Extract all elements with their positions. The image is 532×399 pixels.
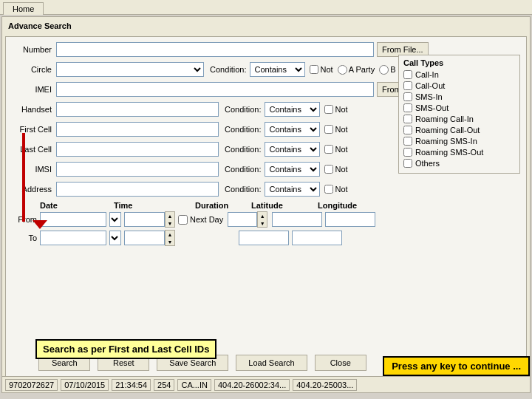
from-duration-input[interactable]: 0: [228, 212, 257, 227]
address-condition-select[interactable]: Contains: [265, 182, 320, 197]
longitude-col-header: Longitude: [318, 201, 377, 210]
handset-condition-select[interactable]: Contains: [265, 102, 320, 117]
others-label: Others: [415, 159, 440, 168]
circle-label: Circle: [12, 65, 56, 74]
from-date-select[interactable]: [109, 212, 121, 227]
handset-not-checkbox[interactable]: [324, 105, 333, 114]
last-cell-not-checkbox-group: Not: [324, 145, 348, 154]
from-time-down-button[interactable]: ▼: [166, 219, 174, 227]
status-type: CA...IN: [177, 379, 211, 391]
call-type-roaming-sms-in: Roaming SMS-In: [403, 137, 515, 146]
status-lat: 404.20-26002:34...: [214, 379, 290, 391]
roaming-call-in-checkbox[interactable]: [403, 115, 412, 123]
circle-not-checkbox-group: Not: [310, 65, 333, 74]
load-search-button[interactable]: Load Search: [236, 355, 307, 371]
to-label: To: [12, 233, 40, 242]
latitude-col-header: Latitude: [251, 201, 318, 210]
last-cell-input[interactable]: [56, 142, 219, 157]
to-date-select[interactable]: [109, 231, 121, 245]
roaming-sms-out-checkbox[interactable]: [403, 148, 412, 157]
to-time-input[interactable]: [124, 231, 165, 245]
call-type-roaming-call-out: Roaming Call-Out: [403, 126, 515, 134]
next-day-group: Next Day: [178, 215, 223, 225]
first-cell-not-checkbox-group: Not: [324, 125, 348, 134]
first-cell-label: First Cell: [12, 125, 56, 134]
first-cell-condition-select[interactable]: Contains: [265, 122, 320, 137]
next-day-checkbox[interactable]: [178, 215, 188, 225]
call-type-sms-out: SMS-Out: [403, 103, 515, 112]
duration-down-button[interactable]: ▼: [258, 219, 267, 227]
call-types-panel: Call Types Call-In Call-Out SMS-In SMS-O…: [398, 55, 520, 174]
imsi-label: IMSI: [12, 165, 56, 174]
last-cell-condition-label: Condition:: [225, 145, 262, 154]
call-in-label: Call-In: [415, 70, 439, 79]
roaming-sms-out-label: Roaming SMS-Out: [415, 148, 483, 157]
handset-input[interactable]: [56, 102, 219, 117]
from-row: From ▲ ▼ Next Day 0 ▲ ▼: [12, 211, 520, 228]
call-type-others: Others: [403, 159, 515, 168]
to-time-spinner[interactable]: ▲ ▼: [165, 230, 175, 246]
last-cell-not-checkbox[interactable]: [324, 145, 333, 154]
call-out-checkbox[interactable]: [403, 81, 412, 90]
from-date-input[interactable]: [40, 212, 106, 227]
call-out-label: Call-Out: [415, 81, 445, 90]
duration-up-button[interactable]: ▲: [258, 212, 267, 219]
call-type-roaming-call-in: Roaming Call-In: [403, 115, 515, 123]
others-checkbox[interactable]: [403, 159, 412, 168]
circle-condition-label: Condition:: [210, 65, 247, 74]
handset-condition-label: Condition:: [225, 105, 262, 114]
imsi-condition-select[interactable]: Contains: [265, 162, 320, 177]
roaming-call-out-label: Roaming Call-Out: [415, 126, 480, 134]
roaming-call-in-label: Roaming Call-In: [415, 115, 474, 123]
status-number: 9702072627: [5, 379, 58, 391]
roaming-sms-in-checkbox[interactable]: [403, 137, 412, 146]
radio-a-party[interactable]: A Party: [338, 65, 375, 75]
roaming-call-out-checkbox[interactable]: [403, 126, 412, 134]
home-tab[interactable]: Home: [3, 2, 44, 15]
duration-spin-btn[interactable]: ▲ ▼: [257, 211, 267, 228]
to-latitude-input[interactable]: [239, 231, 289, 245]
call-types-title: Call Types: [403, 58, 515, 67]
tooltip-text: Search as per First and Last Cell IDs: [43, 344, 209, 355]
address-label: Address: [12, 185, 56, 194]
imei-input[interactable]: [56, 82, 374, 97]
to-time-up-button[interactable]: ▲: [166, 231, 174, 238]
press-key-text: Press any key to continue ...: [392, 361, 521, 372]
imsi-not-checkbox-group: Not: [324, 165, 348, 174]
circle-condition-select[interactable]: Contains: [250, 62, 305, 77]
from-time-up-button[interactable]: ▲: [166, 212, 174, 219]
call-in-checkbox[interactable]: [403, 70, 412, 79]
imsi-condition-label: Condition:: [225, 165, 262, 174]
address-input[interactable]: [56, 182, 219, 197]
first-cell-not-checkbox[interactable]: [324, 125, 333, 134]
from-time-input[interactable]: [124, 212, 165, 227]
imsi-input[interactable]: [56, 162, 219, 177]
circle-not-label: Not: [321, 65, 333, 74]
circle-not-checkbox[interactable]: [310, 65, 318, 74]
imei-label: IMEI: [12, 85, 56, 94]
call-type-roaming-sms-out: Roaming SMS-Out: [403, 148, 515, 157]
number-input[interactable]: [56, 42, 374, 57]
sms-out-label: SMS-Out: [415, 103, 449, 112]
imsi-not-label: Not: [335, 165, 348, 174]
to-longitude-input[interactable]: [292, 231, 342, 245]
roaming-sms-in-label: Roaming SMS-In: [415, 137, 477, 146]
from-time-spinner[interactable]: ▲ ▼: [165, 211, 175, 228]
press-key-banner: Press any key to continue ...: [383, 356, 530, 376]
col-headers: Date Time Duration Latitude Longitude: [12, 201, 520, 210]
to-time-down-button[interactable]: ▼: [166, 238, 174, 245]
sms-in-checkbox[interactable]: [403, 92, 412, 101]
status-count: 254: [154, 379, 174, 391]
from-longitude-input[interactable]: [325, 212, 375, 227]
first-cell-input[interactable]: [56, 122, 219, 137]
last-cell-condition-select[interactable]: Contains: [265, 142, 320, 157]
from-latitude-input[interactable]: [272, 212, 322, 227]
close-button[interactable]: Close: [315, 355, 366, 371]
circle-select[interactable]: [56, 62, 204, 77]
address-not-checkbox[interactable]: [324, 185, 333, 194]
sms-out-checkbox[interactable]: [403, 103, 412, 112]
to-date-input[interactable]: [40, 231, 106, 245]
last-cell-not-label: Not: [335, 145, 348, 154]
duration-col-header: Duration: [195, 201, 251, 210]
imsi-not-checkbox[interactable]: [324, 165, 333, 174]
